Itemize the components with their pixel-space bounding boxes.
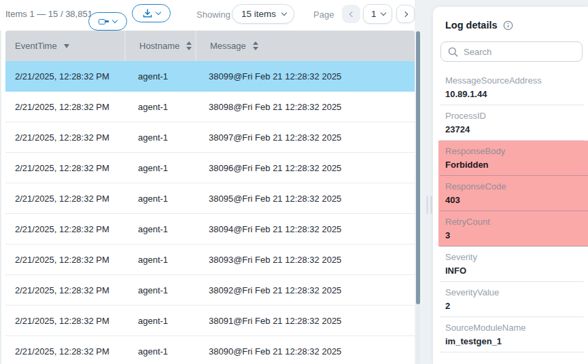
sort-descending-icon[interactable] — [64, 44, 69, 48]
detail-field-value: 3 — [445, 230, 584, 240]
detail-field-value: 2 — [445, 301, 584, 311]
table-row[interactable]: 2/21/2025, 12:28:32 PM agent-1 38096@Fri… — [5, 153, 415, 183]
log-table-area: Items 1 — 15 / 38,851 Showing 15 items P… — [5, 0, 415, 364]
table-row[interactable]: 2/21/2025, 12:28:32 PM agent-1 38092@Fri… — [5, 275, 415, 306]
detail-field-key: SourceModuleName — [445, 323, 584, 333]
cell-eventtime: 2/21/2025, 12:28:32 PM — [5, 153, 124, 183]
table-body: 2/21/2025, 12:28:32 PM agent-1 38099@Fri… — [5, 61, 415, 364]
detail-field-value: 23724 — [445, 124, 584, 134]
detail-field-key: Severity — [445, 252, 584, 262]
cell-eventtime: 2/21/2025, 12:28:32 PM — [5, 244, 124, 274]
detail-field-key: MessageSourceAddress — [445, 75, 584, 86]
detail-field: ProcessID 23724 — [433, 105, 588, 141]
table-header: EventTime Hostname Message — [5, 31, 415, 61]
detail-field-key: ProcessID — [445, 111, 584, 121]
table-row[interactable]: 2/21/2025, 12:28:32 PM agent-1 38098@Fri… — [5, 92, 415, 122]
table-row[interactable]: 2/21/2025, 12:28:32 PM agent-1 38099@Fri… — [5, 61, 415, 92]
detail-field-value: Forbidden — [445, 160, 584, 170]
cell-eventtime: 2/21/2025, 12:28:32 PM — [5, 122, 124, 152]
cell-hostname: agent-1 — [124, 336, 195, 364]
detail-field-value: im_testgen_1 — [445, 336, 584, 346]
cell-message: 38090@Fri Feb 21 12:28:32 2025 — [195, 336, 415, 364]
cell-message: 38096@Fri Feb 21 12:28:32 2025 — [195, 153, 415, 183]
page-size-select[interactable]: 15 items — [232, 4, 294, 24]
detail-field: RetryCount 3 — [438, 211, 588, 247]
table-row[interactable]: 2/21/2025, 12:28:32 PM agent-1 38093@Fri… — [5, 244, 415, 275]
cell-hostname: agent-1 — [124, 92, 195, 122]
page-number-select[interactable]: 1 — [363, 4, 392, 24]
table-row[interactable]: 2/21/2025, 12:28:32 PM agent-1 38094@Fri… — [5, 214, 415, 244]
cell-eventtime: 2/21/2025, 12:28:32 PM — [5, 336, 124, 364]
table-row[interactable]: 2/21/2025, 12:28:32 PM agent-1 38097@Fri… — [5, 122, 415, 153]
details-search — [440, 41, 583, 62]
left-edge-divider — [0, 31, 1, 364]
search-input[interactable] — [464, 47, 582, 57]
chevron-down-icon — [112, 18, 118, 23]
showing-label: Showing — [196, 10, 230, 20]
detail-field-value: INFO — [445, 266, 584, 276]
column-header-message[interactable]: Message — [195, 31, 415, 61]
cell-hostname: agent-1 — [124, 244, 195, 274]
page-number-value: 1 — [371, 9, 377, 19]
cell-message: 38095@Fri Feb 21 12:28:32 2025 — [195, 183, 415, 213]
download-icon — [143, 9, 152, 18]
panel-title: Log details — [445, 20, 498, 31]
cell-message: 38099@Fri Feb 21 12:28:32 2025 — [195, 61, 415, 91]
detail-field: ResponseCode 403 — [438, 176, 588, 211]
column-label: Message — [210, 41, 246, 51]
cell-hostname: agent-1 — [124, 183, 195, 213]
detail-field-value: 10.89.1.44 — [445, 89, 584, 99]
cell-message: 38098@Fri Feb 21 12:28:32 2025 — [195, 92, 415, 122]
table-row[interactable]: 2/21/2025, 12:28:32 PM agent-1 38091@Fri… — [5, 306, 415, 336]
cell-hostname: agent-1 — [124, 153, 195, 183]
items-summary: Items 1 — 15 / 38,851 — [5, 9, 92, 19]
cell-message: 38092@Fri Feb 21 12:28:32 2025 — [195, 275, 415, 305]
table-row[interactable]: 2/21/2025, 12:28:32 PM agent-1 38095@Fri… — [5, 183, 415, 214]
cell-message: 38097@Fri Feb 21 12:28:32 2025 — [195, 122, 415, 152]
cell-eventtime: 2/21/2025, 12:28:32 PM — [5, 61, 124, 91]
chevron-down-icon — [155, 10, 160, 15]
details-fields: MessageSourceAddress 10.89.1.44 ProcessI… — [433, 70, 588, 352]
cell-hostname: agent-1 — [124, 214, 195, 244]
page-label: Page — [313, 10, 334, 20]
cell-hostname: agent-1 — [124, 122, 195, 152]
field-settings-icon — [99, 19, 109, 24]
download-button[interactable] — [132, 4, 171, 22]
cell-message: 38094@Fri Feb 21 12:28:32 2025 — [195, 214, 415, 244]
info-icon[interactable] — [503, 20, 513, 31]
field-settings-button[interactable] — [88, 12, 127, 31]
chevron-left-icon — [349, 11, 354, 16]
cell-message: 38093@Fri Feb 21 12:28:32 2025 — [195, 244, 415, 274]
column-header-eventtime[interactable]: EventTime — [5, 31, 124, 61]
detail-field-key: ResponseBody — [445, 146, 584, 156]
chevron-right-icon — [402, 11, 407, 16]
table-row[interactable]: 2/21/2025, 12:28:32 PM agent-1 38090@Fri… — [5, 336, 415, 364]
column-label: EventTime — [15, 41, 57, 51]
detail-field: SeverityValue 2 — [433, 282, 588, 317]
scrollbar-thumb[interactable] — [416, 31, 420, 304]
detail-field-key: ResponseCode — [445, 181, 584, 192]
table-scrollbar — [416, 31, 420, 364]
sort-icon[interactable] — [253, 41, 258, 50]
next-page-button[interactable] — [396, 5, 415, 23]
detail-field-key: RetryCount — [445, 217, 584, 227]
cell-hostname: agent-1 — [124, 306, 195, 335]
column-label: Hostname — [139, 41, 179, 51]
detail-field: SourceModuleName im_testgen_1 — [433, 317, 588, 352]
log-viewer-app: Items 1 — 15 / 38,851 Showing 15 items P… — [0, 0, 588, 364]
toolbar: Items 1 — 15 / 38,851 Showing 15 items P… — [5, 0, 415, 31]
sort-icon[interactable] — [186, 41, 192, 50]
cell-message: 38091@Fri Feb 21 12:28:32 2025 — [195, 306, 415, 335]
cell-eventtime: 2/21/2025, 12:28:32 PM — [5, 183, 124, 213]
detail-field-key: SeverityValue — [445, 287, 584, 297]
panel-resize-handle[interactable] — [426, 196, 432, 214]
column-header-hostname[interactable]: Hostname — [124, 31, 195, 61]
panel-header: Log details — [433, 7, 588, 31]
previous-page-button[interactable] — [342, 5, 360, 23]
page-size-value: 15 items — [241, 9, 276, 19]
log-details-panel: Log details MessageSourceAddress 10.89.1… — [433, 7, 588, 364]
search-icon — [448, 47, 458, 57]
chevron-down-icon — [281, 10, 287, 16]
detail-field-value: 403 — [445, 195, 584, 205]
cell-eventtime: 2/21/2025, 12:28:32 PM — [5, 306, 124, 335]
